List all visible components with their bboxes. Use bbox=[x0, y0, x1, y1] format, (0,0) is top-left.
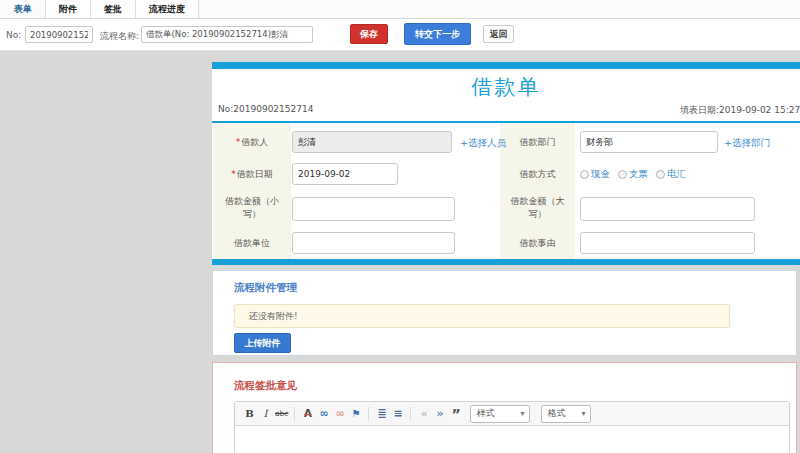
format-dropdown[interactable]: 格式 ▾ bbox=[541, 405, 591, 423]
indent-icon[interactable]: » bbox=[433, 404, 446, 424]
remove-format-icon[interactable]: A bbox=[301, 404, 314, 424]
rich-text-editor: B I abc A ∞ ∞ ⚑ ≣ ≡ « » ” 样式 ▾ 格式 ▾ bbox=[234, 401, 790, 453]
toolbar-separator bbox=[368, 407, 369, 421]
loan-form-card: 借款单 No:20190902152714 填表日期:2019-09-02 15… bbox=[212, 62, 800, 263]
form-meta-row: No:20190902152714 填表日期:2019-09-02 15:27:… bbox=[212, 101, 800, 119]
tab-form[interactable]: 表单 bbox=[0, 0, 46, 18]
styles-dropdown[interactable]: 样式 ▾ bbox=[470, 405, 530, 423]
loan-reason-label: 借款事由 bbox=[500, 237, 575, 250]
top-tab-bar: 表单 附件 签批 流程进度 bbox=[0, 0, 800, 19]
form-fill-date: 填表日期:2019-09-02 15:27:1 bbox=[680, 104, 800, 117]
amount-uppercase-input[interactable] bbox=[580, 197, 755, 221]
no-label: No: bbox=[6, 30, 21, 40]
loan-method-radio-group: 现金 支票 电汇 bbox=[580, 168, 686, 181]
loan-date-input[interactable] bbox=[292, 163, 398, 185]
borrower-input[interactable] bbox=[292, 131, 452, 153]
card-top-accent-bar bbox=[212, 62, 800, 69]
required-marker: * bbox=[231, 169, 236, 179]
approval-panel-title: 流程签批意见 bbox=[234, 379, 297, 393]
radio-cash[interactable]: 现金 bbox=[580, 168, 610, 181]
chevron-down-icon: ▾ bbox=[520, 409, 524, 418]
radio-circle-icon[interactable] bbox=[618, 170, 627, 179]
blockquote-icon[interactable]: ” bbox=[449, 407, 462, 421]
editor-content-area[interactable] bbox=[235, 426, 789, 453]
approval-panel: 流程签批意见 B I abc A ∞ ∞ ⚑ ≣ ≡ « » ” 样式 ▾ 格式… bbox=[212, 362, 797, 453]
insert-link-icon[interactable]: ∞ bbox=[317, 404, 330, 424]
bold-icon[interactable]: B bbox=[243, 404, 256, 424]
department-label: 借款部门 bbox=[500, 136, 575, 149]
back-button[interactable]: 返回 bbox=[483, 25, 514, 43]
tab-approval[interactable]: 签批 bbox=[91, 0, 136, 18]
ordered-list-icon[interactable]: ≣ bbox=[375, 404, 388, 424]
attachments-panel-title: 流程附件管理 bbox=[234, 281, 297, 295]
unordered-list-icon[interactable]: ≡ bbox=[391, 404, 404, 424]
save-button[interactable]: 保存 bbox=[350, 24, 388, 44]
tab-progress[interactable]: 流程进度 bbox=[136, 0, 199, 18]
department-input[interactable] bbox=[580, 131, 718, 153]
form-fields-area: *借款人 +选择人员 借款部门 +选择部门 *借款日期 借款方式 现金 支票 电… bbox=[212, 123, 800, 259]
form-number: No:20190902152714 bbox=[218, 104, 313, 114]
outdent-icon[interactable]: « bbox=[417, 404, 430, 424]
radio-cheque[interactable]: 支票 bbox=[618, 168, 648, 181]
borrower-label: *借款人 bbox=[213, 136, 291, 149]
process-name-input[interactable] bbox=[141, 26, 313, 43]
chevron-down-icon: ▾ bbox=[581, 409, 585, 418]
toolbar-separator bbox=[410, 407, 411, 421]
amount-uppercase-label: 借款金额（大写） bbox=[500, 195, 575, 221]
unlink-icon[interactable]: ∞ bbox=[333, 404, 346, 424]
loan-reason-input[interactable] bbox=[580, 232, 755, 254]
editor-toolbar: B I abc A ∞ ∞ ⚑ ≣ ≡ « » ” 样式 ▾ 格式 ▾ bbox=[235, 402, 789, 426]
toolbar-separator bbox=[294, 407, 295, 421]
attachments-panel: 流程附件管理 还没有附件! 上传附件 bbox=[212, 270, 797, 356]
required-marker: * bbox=[236, 137, 241, 147]
strikethrough-icon[interactable]: abc bbox=[275, 404, 288, 424]
loan-unit-input[interactable] bbox=[292, 232, 455, 254]
radio-circle-icon[interactable] bbox=[580, 170, 589, 179]
card-bottom-accent-bar bbox=[212, 259, 800, 265]
loan-unit-label: 借款单位 bbox=[213, 237, 291, 250]
select-department-link[interactable]: +选择部门 bbox=[724, 137, 770, 150]
anchor-flag-icon[interactable]: ⚑ bbox=[349, 404, 362, 424]
italic-icon[interactable]: I bbox=[259, 404, 272, 424]
forward-next-step-button[interactable]: 转交下一步 bbox=[404, 23, 471, 45]
upload-attachment-button[interactable]: 上传附件 bbox=[234, 333, 291, 353]
form-title: 借款单 bbox=[212, 73, 800, 101]
amount-lowercase-input[interactable] bbox=[292, 197, 455, 221]
toolbar: No: 流程名称: 保存 转交下一步 返回 bbox=[0, 19, 800, 51]
tab-attachments[interactable]: 附件 bbox=[46, 0, 91, 18]
radio-wire-transfer[interactable]: 电汇 bbox=[656, 168, 686, 181]
radio-circle-icon[interactable] bbox=[656, 170, 665, 179]
no-input[interactable] bbox=[25, 26, 93, 43]
no-attachments-alert: 还没有附件! bbox=[234, 304, 730, 328]
amount-lowercase-label: 借款金额（小写） bbox=[213, 195, 291, 221]
loan-method-label: 借款方式 bbox=[500, 168, 575, 181]
loan-date-label: *借款日期 bbox=[213, 168, 291, 181]
process-name-label: 流程名称: bbox=[100, 30, 139, 43]
